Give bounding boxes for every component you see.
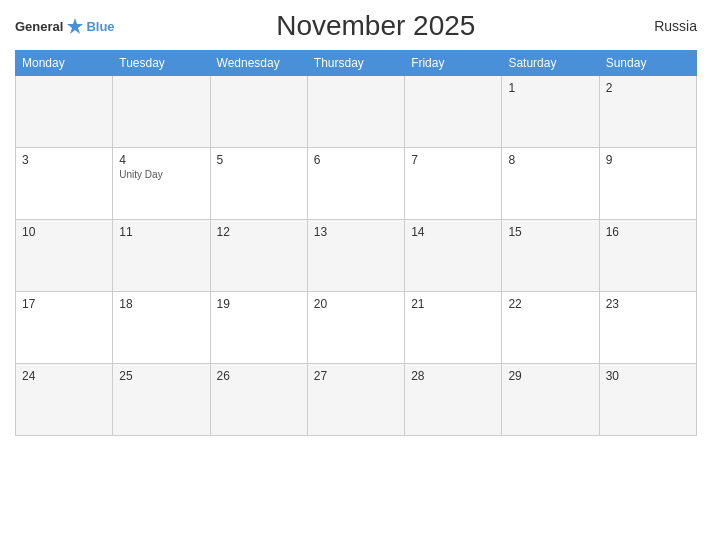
day-cell: 14 [405, 220, 502, 292]
logo-general: General [15, 19, 63, 34]
col-header-tuesday: Tuesday [113, 51, 210, 76]
day-cell: 2 [599, 76, 696, 148]
day-cell: 25 [113, 364, 210, 436]
day-number: 6 [314, 153, 398, 167]
day-number: 29 [508, 369, 592, 383]
day-number: 10 [22, 225, 106, 239]
col-header-thursday: Thursday [307, 51, 404, 76]
day-cell [16, 76, 113, 148]
days-of-week-row: MondayTuesdayWednesdayThursdayFridaySatu… [16, 51, 697, 76]
day-cell: 5 [210, 148, 307, 220]
day-number: 13 [314, 225, 398, 239]
week-row-4: 17181920212223 [16, 292, 697, 364]
calendar-body: 1234Unity Day567891011121314151617181920… [16, 76, 697, 436]
day-number: 5 [217, 153, 301, 167]
day-number: 7 [411, 153, 495, 167]
logo-blue: Blue [86, 19, 114, 34]
week-row-3: 10111213141516 [16, 220, 697, 292]
day-cell: 3 [16, 148, 113, 220]
day-cell: 6 [307, 148, 404, 220]
day-cell: 28 [405, 364, 502, 436]
day-cell [210, 76, 307, 148]
day-number: 3 [22, 153, 106, 167]
calendar-table: MondayTuesdayWednesdayThursdayFridaySatu… [15, 50, 697, 436]
svg-marker-0 [67, 18, 83, 34]
day-number: 22 [508, 297, 592, 311]
day-number: 16 [606, 225, 690, 239]
day-cell: 18 [113, 292, 210, 364]
day-cell: 4Unity Day [113, 148, 210, 220]
day-number: 11 [119, 225, 203, 239]
day-number: 2 [606, 81, 690, 95]
day-cell: 24 [16, 364, 113, 436]
day-number: 12 [217, 225, 301, 239]
day-cell: 12 [210, 220, 307, 292]
day-cell: 22 [502, 292, 599, 364]
day-cell: 19 [210, 292, 307, 364]
calendar-title: November 2025 [115, 10, 637, 42]
day-cell: 27 [307, 364, 404, 436]
col-header-friday: Friday [405, 51, 502, 76]
country-label: Russia [637, 18, 697, 34]
event-label: Unity Day [119, 169, 203, 180]
day-cell [113, 76, 210, 148]
day-cell: 15 [502, 220, 599, 292]
day-cell: 8 [502, 148, 599, 220]
day-cell: 26 [210, 364, 307, 436]
day-number: 20 [314, 297, 398, 311]
day-number: 4 [119, 153, 203, 167]
day-number: 26 [217, 369, 301, 383]
calendar-page: General Blue November 2025 Russia Monday… [0, 0, 712, 550]
day-cell [307, 76, 404, 148]
day-cell: 1 [502, 76, 599, 148]
day-number: 30 [606, 369, 690, 383]
day-cell: 16 [599, 220, 696, 292]
day-number: 19 [217, 297, 301, 311]
day-number: 21 [411, 297, 495, 311]
day-cell: 17 [16, 292, 113, 364]
col-header-saturday: Saturday [502, 51, 599, 76]
logo: General Blue [15, 17, 115, 35]
col-header-sunday: Sunday [599, 51, 696, 76]
day-number: 27 [314, 369, 398, 383]
day-cell: 13 [307, 220, 404, 292]
day-number: 8 [508, 153, 592, 167]
logo-flag-icon [66, 17, 84, 35]
day-number: 25 [119, 369, 203, 383]
day-number: 17 [22, 297, 106, 311]
day-cell: 10 [16, 220, 113, 292]
day-number: 14 [411, 225, 495, 239]
day-number: 23 [606, 297, 690, 311]
week-row-2: 34Unity Day56789 [16, 148, 697, 220]
day-cell: 7 [405, 148, 502, 220]
day-number: 24 [22, 369, 106, 383]
calendar-header-row: MondayTuesdayWednesdayThursdayFridaySatu… [16, 51, 697, 76]
day-number: 28 [411, 369, 495, 383]
week-row-5: 24252627282930 [16, 364, 697, 436]
day-number: 18 [119, 297, 203, 311]
day-number: 15 [508, 225, 592, 239]
col-header-monday: Monday [16, 51, 113, 76]
day-cell: 23 [599, 292, 696, 364]
day-cell: 20 [307, 292, 404, 364]
day-cell: 29 [502, 364, 599, 436]
day-cell: 11 [113, 220, 210, 292]
day-cell [405, 76, 502, 148]
day-number: 9 [606, 153, 690, 167]
calendar-header: General Blue November 2025 Russia [15, 10, 697, 42]
day-cell: 30 [599, 364, 696, 436]
day-cell: 21 [405, 292, 502, 364]
col-header-wednesday: Wednesday [210, 51, 307, 76]
week-row-1: 12 [16, 76, 697, 148]
day-cell: 9 [599, 148, 696, 220]
day-number: 1 [508, 81, 592, 95]
